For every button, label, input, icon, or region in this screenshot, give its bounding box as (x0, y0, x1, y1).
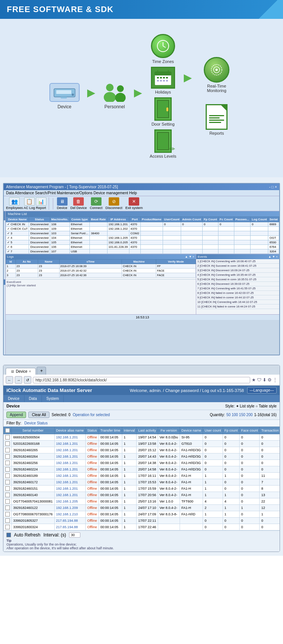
exit-btn[interactable]: ✕ Exit system (125, 197, 143, 210)
col-alias: Device alias name (54, 427, 86, 434)
append-button[interactable]: Append (6, 412, 26, 418)
download-icon[interactable]: ⬇ (263, 377, 266, 383)
table-row[interactable]: 3929182460256 192.168.1.201 Offline 00:0… (4, 460, 280, 466)
table-row[interactable]: ✓ 7Disconnected107USB3204 (6, 249, 279, 254)
iclock-tip: Tip Operations, Usually only for the on-… (6, 539, 277, 550)
table-row[interactable]: ✓ 3Disconnected103Serial Port/...38400CO… (6, 231, 279, 236)
reload-button[interactable]: ↺ (24, 376, 31, 384)
browser-tab-active[interactable]: 🖥 Device × (6, 368, 36, 375)
arrow-3: ▶ (184, 71, 192, 84)
browser-tab-close[interactable]: × (29, 369, 31, 373)
row-checkbox[interactable] (5, 448, 10, 452)
table-row[interactable]: 3929182460140 192.168.1.201 Offline 00:0… (4, 492, 280, 498)
iclock-browser: 🖥 Device × + ← → ↺ http://192.168.1.88:8… (3, 365, 280, 552)
url-bar[interactable]: http://192.168.1.88:8082/iclock/data/lcl… (33, 377, 250, 383)
row-checkbox[interactable] (5, 493, 10, 497)
col-transfer: Transfer time (99, 427, 122, 434)
table-row[interactable]: 3399201805327 217.65.194.88 Offline 00:0… (4, 518, 280, 524)
language-selector[interactable]: —Language— (247, 387, 277, 393)
del-device-btn[interactable]: 🗑 Del Device (71, 197, 87, 210)
col-status: Status (29, 217, 50, 222)
log-col-name: Name (38, 260, 60, 264)
disconnect-btn[interactable]: ⊘ Disconnect (106, 197, 123, 210)
settings-icon[interactable]: ⚙ (268, 377, 272, 383)
att-menubar[interactable]: Data Attendance Search/Print Maintenance… (4, 190, 279, 196)
table-row[interactable]: 3929182460172 192.168.1.201 Offline 00:0… (4, 479, 280, 486)
table-row[interactable]: ✓ 6Disconnected106Ethernet101.81.228.394… (6, 245, 279, 249)
browser-tab-add[interactable]: + (37, 367, 46, 375)
pagination: 1-16(total 16) (254, 413, 277, 417)
table-row[interactable]: 66691825000504 192.168.1.201 Offline 00:… (4, 434, 280, 441)
log-col-time: sTime (59, 260, 122, 264)
table-row[interactable]: 3929182460189 192.168.1.201 Offline 00:0… (4, 473, 280, 479)
real-time-monitoring-label: Real-Time Monitoring (200, 84, 234, 93)
row-checkbox[interactable] (5, 435, 10, 440)
interval-input[interactable] (69, 532, 80, 538)
table-row[interactable]: 3399201800324 217.65.194.88 Offline 00:0… (4, 524, 280, 530)
row-checkbox[interactable] (5, 467, 10, 472)
table-row[interactable]: 3929182460224 192.168.1.201 Offline 00:0… (4, 466, 280, 473)
att-statusbar: 16:53:13 (6, 314, 279, 320)
table-row[interactable]: ✓ 4Disconnected104Ethernet192.168.1.2054… (6, 236, 279, 240)
iclock-section: 🖥 Device × + ← → ↺ http://192.168.1.88:8… (0, 361, 283, 556)
table-row[interactable]: ✓ CHECK CuTDisconnected109Ethernet192.16… (6, 227, 279, 231)
header-banner: FREE SOFTWARE & SDK (0, 0, 283, 19)
table-row[interactable]: OGT70400570413000081 192.168.1.205 Offli… (4, 498, 280, 505)
filter-value[interactable]: Device Status (24, 421, 48, 425)
row-checkbox[interactable] (5, 518, 10, 523)
row-checkbox[interactable] (5, 454, 10, 459)
table-row[interactable]: 3929182460122 192.168.1.209 Offline 00:0… (4, 505, 280, 511)
holidays-label: Holidays (155, 90, 171, 94)
row-checkbox[interactable] (5, 525, 10, 529)
forward-button[interactable]: → (15, 376, 22, 384)
employees-tab[interactable]: 👥 Employees (6, 197, 23, 210)
device-label: Device (58, 104, 72, 109)
machine-table-wrap: Device Name Status MachineNo. Comm type … (6, 217, 279, 254)
col-txn: Transaction count (260, 427, 280, 434)
connect-btn[interactable]: ⟳ Connect (90, 197, 103, 210)
clear-all-button[interactable]: Clear All (28, 412, 49, 418)
more-icon[interactable]: ⋮ (273, 377, 277, 383)
col-serial: Serial number (12, 427, 55, 434)
qty-options[interactable]: 50 100 150 200 (226, 413, 253, 417)
table-row[interactable]: 3929182460264 192.168.1.201 Offline 00:0… (4, 453, 280, 460)
bookmark-icon[interactable]: ★ (252, 377, 256, 383)
row-checkbox[interactable] (5, 480, 10, 484)
report-tab[interactable]: 📊 Report (36, 197, 46, 210)
svg-rect-15 (157, 77, 159, 78)
table-row[interactable]: OGT70800067073000176 192.168.1.210 Offli… (4, 511, 280, 518)
style-selector[interactable]: Style: ✦ List style ○ Table style (225, 404, 277, 408)
shield-icon[interactable]: 🛡 (257, 377, 261, 383)
row-checkbox[interactable] (5, 473, 10, 478)
att-log-header: Logs▲ ▼ × (6, 254, 196, 259)
table-row[interactable]: ✓ 5Disconnected105Ethernet192.168.0.2054… (6, 240, 279, 245)
row-checkbox[interactable] (5, 499, 10, 504)
ac-log-tab[interactable]: 📋 AC Log (24, 197, 35, 210)
nav-data[interactable]: Data (25, 395, 42, 402)
row-checkbox[interactable] (5, 506, 10, 510)
table-row[interactable]: 52031822600168 192.168.1.201 Offline 00:… (4, 441, 280, 447)
table-row[interactable]: 3929182460265 192.168.1.201 Offline 00:0… (4, 447, 280, 453)
svg-rect-18 (166, 77, 168, 78)
table-row[interactable]: 3929182460151 192.168.1.201 Offline 00:0… (4, 486, 280, 492)
row-checkbox[interactable] (5, 461, 10, 465)
nav-system[interactable]: System (42, 395, 64, 402)
nav-device[interactable]: Device (3, 395, 25, 402)
operation-for-selected[interactable]: Operation for selected (73, 413, 110, 417)
att-log-panel: Logs▲ ▼ × Id Ac No Name sTime Machine (6, 254, 196, 314)
col-last: Last activity (137, 427, 158, 434)
middle-icons: Time Zones (150, 34, 176, 158)
row-checkbox[interactable] (5, 486, 10, 491)
col-serial: Serial (268, 217, 279, 222)
auto-refresh-checkbox[interactable] (6, 533, 11, 537)
table-row[interactable]: ✓ CHECK INDisconnected108Ethernet192.168… (6, 222, 279, 227)
back-button[interactable]: ← (6, 376, 13, 384)
row-checkbox[interactable] (5, 512, 10, 516)
device-btn[interactable]: 🖥 Device (57, 197, 68, 210)
access-levels-label: Access Levels (150, 154, 176, 158)
personnel-item: Personnel (103, 83, 126, 109)
iclock-footer-top: Auto Refresh Interval: (s) (6, 532, 277, 538)
select-all-checkbox[interactable] (5, 428, 10, 433)
row-checkbox[interactable] (5, 441, 10, 446)
col-machineno: MachineNo. (50, 217, 69, 222)
